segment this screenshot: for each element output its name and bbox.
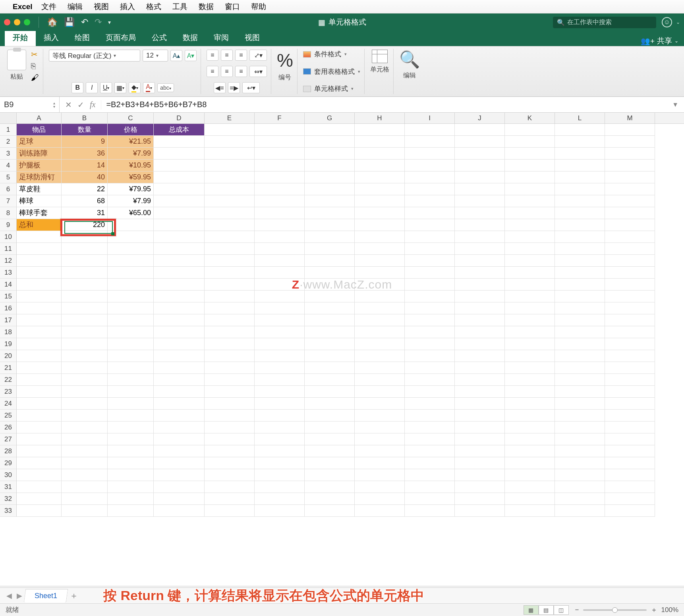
cell[interactable] xyxy=(62,279,108,291)
cell[interactable] xyxy=(205,374,255,386)
cell[interactable] xyxy=(605,505,655,517)
align-middle-icon[interactable]: ≡ xyxy=(221,50,233,61)
cell[interactable] xyxy=(154,136,205,148)
cell[interactable]: 总和 xyxy=(17,219,62,231)
cell[interactable] xyxy=(455,291,505,302)
row-header[interactable]: 13 xyxy=(0,267,17,279)
align-bottom-icon[interactable]: ≡ xyxy=(235,50,247,61)
cell[interactable] xyxy=(205,481,255,493)
cell[interactable] xyxy=(62,398,108,410)
cell[interactable]: 训练路障 xyxy=(17,148,62,160)
row-header[interactable]: 31 xyxy=(0,481,17,493)
cell[interactable] xyxy=(108,386,154,398)
cell[interactable] xyxy=(405,171,455,183)
cell[interactable] xyxy=(455,279,505,291)
cell[interactable] xyxy=(455,243,505,255)
cell[interactable] xyxy=(455,267,505,279)
cell[interactable] xyxy=(108,457,154,469)
cell[interactable] xyxy=(405,136,455,148)
cell[interactable] xyxy=(205,326,255,338)
feedback-icon[interactable]: ☺ xyxy=(662,17,672,27)
cell[interactable] xyxy=(205,422,255,433)
cell[interactable] xyxy=(17,469,62,481)
cut-icon[interactable]: ✂ xyxy=(31,50,39,59)
cell[interactable] xyxy=(355,291,405,302)
row-header[interactable]: 2 xyxy=(0,136,17,148)
cell[interactable] xyxy=(205,338,255,350)
cell[interactable] xyxy=(555,267,605,279)
cell[interactable] xyxy=(255,445,305,457)
cell[interactable] xyxy=(108,243,154,255)
cell[interactable] xyxy=(17,362,62,374)
cell[interactable] xyxy=(62,255,108,267)
cell[interactable] xyxy=(455,160,505,171)
cell[interactable] xyxy=(355,255,405,267)
cell[interactable] xyxy=(154,445,205,457)
cell[interactable] xyxy=(355,219,405,231)
cell[interactable] xyxy=(605,136,655,148)
cell[interactable] xyxy=(505,160,555,171)
cell[interactable] xyxy=(505,481,555,493)
tab-home[interactable]: 开始 xyxy=(5,29,36,46)
cell[interactable] xyxy=(405,302,455,314)
cell[interactable] xyxy=(62,267,108,279)
cell[interactable] xyxy=(17,481,62,493)
cell[interactable] xyxy=(605,207,655,219)
cell[interactable] xyxy=(355,422,405,433)
col-header-I[interactable]: I xyxy=(405,113,455,123)
cell[interactable] xyxy=(555,243,605,255)
cell[interactable] xyxy=(555,445,605,457)
cell[interactable] xyxy=(255,410,305,422)
row-header[interactable]: 25 xyxy=(0,410,17,422)
cell[interactable] xyxy=(505,457,555,469)
cell[interactable]: 数量 xyxy=(62,124,108,136)
cell[interactable] xyxy=(405,481,455,493)
cell[interactable] xyxy=(108,422,154,433)
cell[interactable] xyxy=(62,505,108,517)
row-header[interactable]: 29 xyxy=(0,457,17,469)
cell[interactable] xyxy=(555,374,605,386)
cell[interactable] xyxy=(62,338,108,350)
cell[interactable] xyxy=(154,505,205,517)
cell[interactable] xyxy=(62,362,108,374)
tab-draw[interactable]: 绘图 xyxy=(67,29,98,46)
row-header[interactable]: 11 xyxy=(0,243,17,255)
cell[interactable] xyxy=(505,219,555,231)
cell[interactable] xyxy=(405,338,455,350)
cell[interactable] xyxy=(205,148,255,160)
cell[interactable] xyxy=(455,171,505,183)
cell[interactable]: 总成本 xyxy=(154,124,205,136)
cell[interactable] xyxy=(605,231,655,243)
cell[interactable] xyxy=(108,374,154,386)
cell[interactable] xyxy=(355,362,405,374)
cell[interactable] xyxy=(405,326,455,338)
cell[interactable] xyxy=(605,386,655,398)
cell[interactable] xyxy=(255,398,305,410)
cell[interactable] xyxy=(154,231,205,243)
cell[interactable] xyxy=(205,398,255,410)
cell[interactable]: 40 xyxy=(62,171,108,183)
cell[interactable] xyxy=(205,291,255,302)
cell[interactable] xyxy=(555,231,605,243)
menu-edit[interactable]: 编辑 xyxy=(68,2,83,12)
cell[interactable] xyxy=(205,124,255,136)
cell[interactable] xyxy=(505,493,555,505)
cell[interactable] xyxy=(305,433,355,445)
cell[interactable] xyxy=(255,207,305,219)
cell[interactable] xyxy=(455,374,505,386)
increase-font-icon[interactable]: A▴ xyxy=(170,50,182,61)
cell[interactable] xyxy=(108,326,154,338)
cell[interactable] xyxy=(255,124,305,136)
cell[interactable] xyxy=(154,326,205,338)
col-header-G[interactable]: G xyxy=(305,113,355,123)
cell[interactable] xyxy=(17,326,62,338)
copy-icon[interactable]: ⎘ xyxy=(31,62,39,71)
cell[interactable]: 棒球手套 xyxy=(17,207,62,219)
font-name-select[interactable]: 等线 Regular (正文)▾ xyxy=(49,50,140,62)
cells-area[interactable]: 物品数量价格总成本足球9¥21.95训练路障36¥7.99护腿板14¥10.95… xyxy=(17,124,684,517)
cell[interactable] xyxy=(555,255,605,267)
cell[interactable] xyxy=(205,255,255,267)
view-normal-button[interactable]: ▦ xyxy=(524,605,539,615)
cell[interactable] xyxy=(505,255,555,267)
cell[interactable] xyxy=(455,398,505,410)
